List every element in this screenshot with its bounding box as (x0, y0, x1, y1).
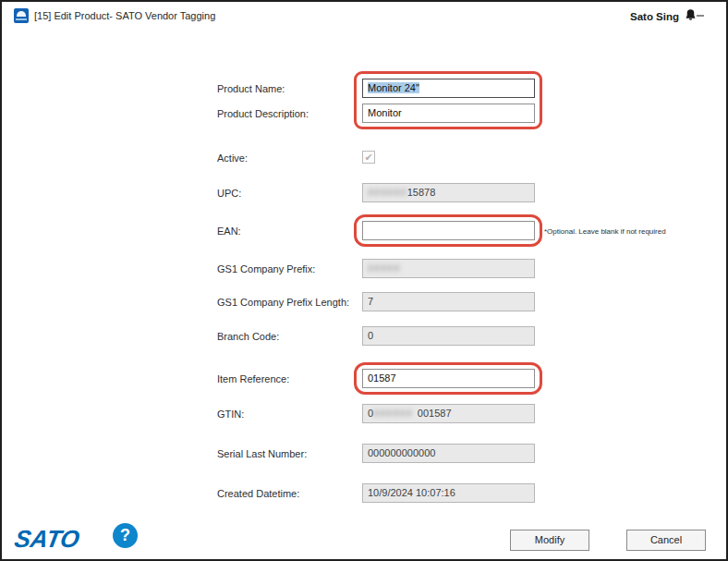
product-description-input[interactable]: Monitor (362, 104, 535, 123)
modify-button[interactable]: Modify (510, 530, 589, 551)
window-title: [15] Edit Product- SATO Vendor Tagging (34, 10, 215, 21)
item-reference-label: Item Reference: (217, 369, 289, 389)
upc-label: UPC: (217, 183, 241, 203)
row-gs1-prefix-length: GS1 Company Prefix Length: 7 (2, 292, 726, 312)
row-gs1-prefix: GS1 Company Prefix: ##### (2, 259, 726, 279)
upc-input: ######15878 (362, 183, 535, 202)
gtin-input: 0######001587 (362, 404, 535, 423)
row-gtin: GTIN: 0######001587 (2, 404, 726, 424)
notification-bell-icon[interactable] (684, 8, 698, 22)
redacted-text: ##### (368, 262, 401, 274)
sato-logo: SATO (12, 525, 81, 554)
cancel-button[interactable]: Cancel (626, 530, 706, 551)
help-button[interactable]: ? (113, 523, 138, 548)
row-item-reference: Item Reference: 01587 (2, 369, 726, 389)
title-bar: [15] Edit Product- SATO Vendor Tagging S… (2, 2, 726, 30)
branch-code-input: 0 (362, 326, 535, 346)
serial-last-number-input: 000000000000 (362, 444, 535, 463)
question-mark-icon: ? (120, 526, 130, 544)
gs1-prefix-length-input: 7 (362, 292, 535, 311)
selected-text: Monitor 24" (368, 82, 419, 93)
item-reference-input[interactable]: 01587 (362, 369, 535, 388)
serial-last-number-label: Serial Last Number: (217, 444, 307, 464)
product-description-label: Product Description: (217, 104, 309, 124)
row-serial-last-number: Serial Last Number: 000000000000 (2, 444, 726, 464)
created-datetime-label: Created Datetime: (217, 483, 299, 504)
row-product-name: Product Name: Monitor 24" (2, 79, 726, 99)
ean-input[interactable] (362, 221, 535, 240)
active-checkbox: ✔ (362, 151, 375, 164)
branch-code-label: Branch Code: (217, 326, 279, 347)
row-branch-code: Branch Code: 0 (2, 326, 726, 347)
row-active: Active: ✔ (2, 148, 726, 168)
app-window: [15] Edit Product- SATO Vendor Tagging S… (0, 0, 728, 561)
active-label: Active: (217, 148, 248, 168)
checkmark-icon: ✔ (364, 152, 372, 163)
row-product-description: Product Description: Monitor (2, 104, 726, 124)
product-name-input[interactable]: Monitor 24" (362, 79, 535, 98)
redacted-text: ###### (368, 187, 407, 198)
app-icon-dome (17, 11, 26, 17)
gs1-prefix-label: GS1 Company Prefix: (217, 259, 315, 279)
gs1-prefix-length-label: GS1 Company Prefix Length: (217, 292, 349, 312)
row-created-datetime: Created Datetime: 10/9/2024 10:07:16 (2, 483, 726, 504)
product-name-label: Product Name: (217, 79, 285, 99)
app-icon-base (16, 18, 27, 20)
gtin-label: GTIN: (217, 404, 244, 424)
row-upc: UPC: ######15878 (2, 183, 726, 203)
created-datetime-input: 10/9/2024 10:07:16 (362, 483, 535, 503)
user-name: Sato Sing (630, 11, 679, 22)
ean-optional-note: *Optional. Leave blank if not required (544, 227, 666, 236)
minimize-button[interactable] (697, 15, 704, 17)
redacted-text: ###### (373, 408, 413, 419)
ean-label: EAN: (217, 221, 241, 241)
app-icon (14, 8, 29, 23)
gs1-prefix-input: ##### (362, 259, 535, 278)
